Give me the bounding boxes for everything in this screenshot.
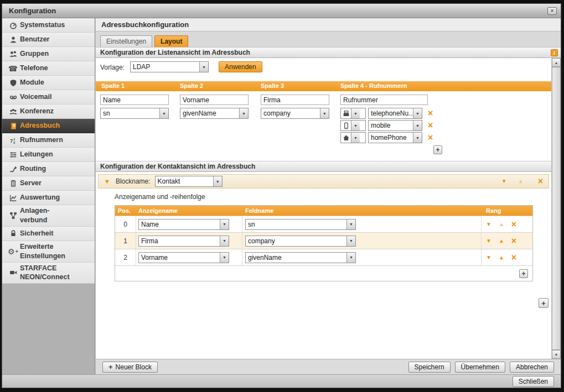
scroll-down-icon[interactable]: ▼ [552, 350, 561, 359]
delete-row-icon[interactable]: × [511, 220, 516, 229]
delete-icon[interactable]: × [428, 109, 433, 118]
page-title: Adressbuchkonfiguration [101, 20, 189, 29]
sidebar-item-benutzer[interactable]: Benutzer [2, 33, 95, 47]
sidebar-item-rufnummern[interactable]: 712 Rufnummern [2, 133, 95, 148]
rufnummer-field-select-1[interactable]: telephoneNu... ▼ [368, 108, 422, 119]
rufnummer-type-select-2[interactable]: ▼ [340, 120, 366, 131]
move-row-down-icon[interactable]: ▼ [486, 222, 491, 227]
tab-layout[interactable]: Layout [154, 35, 188, 47]
vorlage-select[interactable]: LDAP ▼ [130, 61, 209, 72]
home-icon [341, 133, 351, 143]
add-rufnummer-button[interactable]: + [433, 145, 442, 154]
conference-icon [6, 108, 20, 116]
blockname-select[interactable]: Kontakt ▼ [155, 176, 223, 187]
spalte2-name-input[interactable] [180, 95, 249, 105]
row-anzeigename-cell: Vorname ▼ [136, 249, 242, 265]
feldname-select[interactable]: givenName ▼ [245, 252, 356, 263]
vertical-scrollbar[interactable]: ▲ ▼ [551, 58, 561, 359]
sidebar-item-systemstatus[interactable]: Systemstatus [2, 18, 95, 33]
footer-toolbar: + Neuer Block Speichern Übernehmen Abbre… [96, 359, 561, 374]
sidebar-item-leitungen[interactable]: Leitungen [2, 148, 95, 162]
delete-icon[interactable]: × [428, 133, 433, 142]
schliessen-button[interactable]: Schließen [513, 376, 554, 387]
anzeigename-select[interactable]: Firma ▼ [138, 236, 229, 247]
sidebar-item-label: Konferenz [20, 107, 54, 116]
move-row-up-icon[interactable]: ▲ [499, 255, 504, 260]
col-header-pos: Pos. [115, 207, 136, 214]
anzeigename-select[interactable]: Name ▼ [138, 219, 229, 230]
anwenden-button[interactable]: Anwenden [219, 61, 262, 72]
add-row-button[interactable]: + [519, 269, 528, 278]
sidebar-item-konferenz[interactable]: Konferenz [2, 104, 95, 119]
spalte3-field-select[interactable]: company ▼ [261, 108, 329, 119]
scroll-up-icon[interactable]: ▲ [552, 58, 561, 67]
contact-table-header: Pos. Anzeigename Feldname Rang [115, 206, 532, 216]
spalte4-name-input[interactable] [340, 95, 428, 105]
sidebar-item-server[interactable]: Server [2, 176, 95, 191]
phone-numbers-icon: 712 [6, 137, 20, 144]
content-panel: Vorlage: LDAP ▼ Anwenden Spalte 1 Spalte… [96, 58, 561, 359]
move-row-up-icon[interactable]: ▲ [499, 222, 504, 227]
abbrechen-button[interactable]: Abbrechen [510, 362, 554, 373]
addressbook-icon [6, 122, 20, 130]
delete-row-icon[interactable]: × [511, 253, 516, 262]
feldname-select[interactable]: sn ▼ [245, 219, 356, 230]
collapse-icon[interactable]: ▼ [104, 178, 110, 185]
tab-einstellungen[interactable]: Einstellungen [100, 35, 152, 47]
sidebar-item-anlagenverbund[interactable]: Anlagen- verbund [2, 205, 95, 227]
close-icon[interactable]: × [547, 7, 557, 15]
rufnummer-type-select-1[interactable]: ▼ [340, 108, 366, 119]
chevron-down-icon: ▼ [413, 133, 422, 143]
row-anzeigename-cell: Firma ▼ [136, 233, 242, 249]
sidebar-item-adressbuch[interactable]: Adressbuch [2, 119, 95, 133]
sidebar-item-starface-neon[interactable]: STARFACE NEON/Connect [2, 263, 95, 284]
users-icon [6, 50, 20, 58]
uebernehmen-button[interactable]: Übernehmen [455, 362, 505, 373]
table-row: 0 Name ▼ sn ▼ [115, 216, 532, 232]
order-title: Anzeigename und -reihenfolge [115, 193, 205, 201]
blockname-label: Blockname: [116, 177, 151, 185]
add-block-button[interactable]: + [539, 298, 549, 308]
spalte2-field-select[interactable]: givenName ▼ [180, 108, 249, 119]
neuer-block-button[interactable]: + Neuer Block [102, 362, 158, 373]
info-icon[interactable]: i [551, 49, 558, 56]
spalte1-header: Spalte 1 [101, 82, 125, 89]
spalte1-name-input[interactable] [100, 95, 169, 105]
chevron-down-icon: ▼ [220, 236, 229, 246]
sidebar-item-label: Erweiterte Einstellungen [20, 242, 65, 261]
sidebar-item-sicherheit[interactable]: Sicherheit [2, 227, 95, 241]
sidebar-item-module[interactable]: Module [2, 76, 95, 90]
chevron-down-icon: ▼ [351, 121, 360, 130]
move-row-up-icon[interactable]: ▲ [499, 238, 504, 244]
sidebar-item-voicemail[interactable]: Voicemail [2, 90, 95, 104]
delete-row-icon[interactable]: × [511, 237, 516, 245]
scrollbar-thumb[interactable] [552, 67, 561, 350]
rufnummer-field-value-1: telephoneNu... [369, 108, 413, 118]
sidebar-item-auswertung[interactable]: Auswertung [2, 191, 95, 205]
move-block-down-icon[interactable]: ▼ [501, 179, 507, 184]
delete-icon[interactable]: × [428, 121, 433, 130]
page-title-bar: Adressbuchkonfiguration [96, 18, 561, 32]
rufnummer-field-select-3[interactable]: homePhone ▼ [368, 132, 422, 143]
spalte3-name-input[interactable] [261, 95, 329, 105]
anzeigename-select[interactable]: Vorname ▼ [138, 252, 229, 263]
sidebar-item-routing[interactable]: Routing [2, 162, 95, 176]
chevron-down-icon: ▼ [413, 121, 422, 130]
window-title: Konfiguration [2, 7, 56, 15]
move-block-up-icon[interactable]: ▲ [518, 179, 524, 184]
spalte1-field-select[interactable]: sn ▼ [100, 108, 169, 119]
sidebar-item-gruppen[interactable]: Gruppen [2, 47, 95, 61]
feldname-select[interactable]: company ▼ [245, 236, 356, 247]
sidebar-item-erweiterte-einstellungen[interactable]: ⚙+ Erweiterte Einstellungen [2, 241, 95, 263]
speichern-button[interactable]: Speichern [408, 362, 451, 373]
sidebar-item-label: Gruppen [20, 49, 49, 59]
sidebar-item-telefone[interactable]: ☎ Telefone [2, 61, 95, 76]
move-row-down-icon[interactable]: ▼ [486, 255, 491, 260]
chevron-down-icon: ▼ [320, 108, 329, 118]
rufnummer-type-select-3[interactable]: ▼ [340, 132, 366, 143]
anzeigename-value: Vorname [139, 253, 220, 263]
chevron-down-icon: ▼ [199, 62, 208, 72]
rufnummer-field-select-2[interactable]: mobile ▼ [368, 120, 422, 131]
move-row-down-icon[interactable]: ▼ [486, 238, 491, 244]
delete-block-icon[interactable]: × [538, 177, 543, 186]
